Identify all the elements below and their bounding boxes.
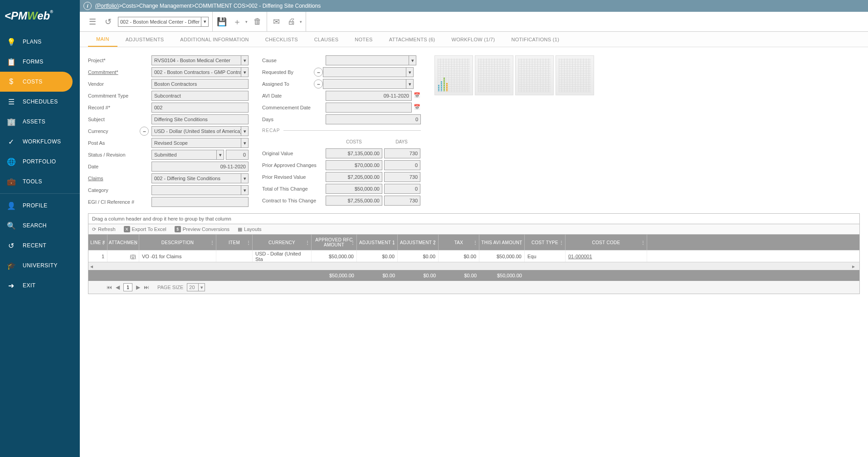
col-currency[interactable]: CURRENCY⋮ — [253, 235, 312, 250]
scroll-right-icon[interactable]: ▸ — [852, 263, 858, 269]
col-avi-amount[interactable]: THIS AVI AMOUNT⋮ — [479, 235, 525, 250]
column-menu-icon[interactable]: ⋮ — [133, 240, 137, 245]
page-input[interactable] — [123, 283, 132, 291]
column-menu-icon[interactable]: ⋮ — [559, 240, 564, 245]
subject-input[interactable]: Differing Site Conditions — [151, 114, 249, 124]
reqby-detail-button[interactable]: ••• — [314, 68, 323, 77]
tab-adjustments[interactable]: ADJUSTMENTS — [117, 32, 172, 47]
egi-input[interactable] — [151, 197, 249, 207]
postas-select[interactable]: Revised Scope▾ — [151, 138, 249, 148]
date-input[interactable]: 09-11-2020 — [151, 162, 249, 172]
thumbnail[interactable] — [556, 55, 594, 95]
project-select[interactable]: RVS0104 - Boston Medical Center▾ — [151, 55, 249, 65]
col-cost-code[interactable]: COST CODE⋮ — [566, 235, 647, 250]
column-menu-icon[interactable]: ⋮ — [641, 240, 645, 245]
export-button[interactable]: XExport To Excel — [124, 226, 166, 232]
record-selector[interactable]: 002 - Boston Medical Center - Differ ▾ — [118, 17, 209, 27]
add-button[interactable]: ＋ — [232, 16, 243, 27]
col-tax[interactable]: TAX⋮ — [439, 235, 479, 250]
page-last-button[interactable]: ⏭ — [144, 284, 149, 290]
page-size-select[interactable]: 20▾ — [187, 283, 205, 291]
table-row[interactable]: 1 (0) VO -01 for Claims USD - Dollar (Un… — [88, 250, 859, 262]
sidebar-item-exit[interactable]: ➜EXIT — [0, 275, 80, 295]
scroll-left-icon[interactable]: ◂ — [90, 263, 96, 269]
tab-additional[interactable]: ADDITIONAL INFORMATION — [172, 32, 257, 47]
group-by-bar[interactable]: Drag a column header and drop it here to… — [88, 214, 859, 224]
category-select[interactable]: ▾ — [151, 185, 249, 195]
col-item[interactable]: ITEM⋮ — [216, 235, 253, 250]
mail-button[interactable]: ✉ — [271, 16, 282, 27]
sidebar-item-workflows[interactable]: ✓WORKFLOWS — [0, 132, 80, 152]
sidebar-item-recent[interactable]: ↺RECENT — [0, 236, 80, 256]
tab-main[interactable]: MAIN — [88, 32, 117, 47]
column-menu-icon[interactable]: ⋮ — [473, 240, 478, 245]
delete-button[interactable]: 🗑 — [252, 16, 263, 27]
col-adjustment1[interactable]: ADJUSTMENT 1⋮ — [357, 235, 398, 250]
column-menu-icon[interactable]: ⋮ — [351, 240, 355, 245]
tab-attachments[interactable]: ATTACHMENTS (6) — [381, 32, 444, 47]
col-adjustment2[interactable]: ADJUSTMENT 2⋮ — [398, 235, 439, 250]
thumbnail[interactable] — [515, 55, 554, 95]
currency-select[interactable]: USD - Dollar (United States of America)▾ — [151, 126, 249, 136]
col-approved-amount[interactable]: APPROVED RFC AMOUNT⋮ — [312, 235, 357, 250]
status-select[interactable]: Submitted▾ — [151, 150, 224, 160]
sidebar-item-plans[interactable]: 💡PLANS — [0, 32, 80, 52]
col-description[interactable]: DESCRIPTION⋮ — [139, 235, 216, 250]
column-menu-icon[interactable]: ⋮ — [101, 240, 106, 245]
reqby-select[interactable]: ▾ — [323, 67, 414, 77]
cause-select[interactable]: ▾ — [326, 55, 416, 65]
cell-attachments[interactable]: (0) — [107, 251, 139, 262]
breadcrumb-root[interactable]: (Portfolio) — [95, 3, 119, 9]
tab-workflow[interactable]: WORKFLOW (1/7) — [444, 32, 503, 47]
col-line[interactable]: LINE #⋮ — [88, 235, 107, 250]
commitment-label[interactable]: Commitment* — [88, 69, 151, 75]
revision-input[interactable]: 0 — [226, 150, 249, 160]
ctype-input[interactable]: Subcontract — [151, 91, 249, 101]
assignto-select[interactable]: ▾ — [323, 79, 414, 89]
currency-detail-button[interactable]: ••• — [140, 127, 149, 136]
save-button[interactable]: 💾 — [216, 16, 227, 27]
layouts-button[interactable]: ▦Layouts — [238, 226, 262, 232]
tab-checklists[interactable]: CHECKLISTS — [257, 32, 306, 47]
days-input[interactable]: 0 — [326, 114, 421, 124]
commdate-input[interactable] — [326, 103, 412, 113]
sidebar-item-assets[interactable]: 🏢ASSETS — [0, 112, 80, 132]
recnum-input[interactable]: 002 — [151, 103, 249, 113]
sidebar-item-schedules[interactable]: ☰SCHEDULES — [0, 92, 80, 112]
tab-notifications[interactable]: NOTIFICATIONS (1) — [503, 32, 567, 47]
preview-button[interactable]: $Preview Conversions — [175, 226, 229, 232]
tab-clauses[interactable]: CLAUSES — [306, 32, 346, 47]
print-button[interactable]: 🖨 — [286, 16, 297, 27]
sidebar-item-search[interactable]: 🔍SEARCH — [0, 216, 80, 236]
sidebar-item-university[interactable]: 🎓UNIVERSITY — [0, 256, 80, 275]
page-prev-button[interactable]: ◀ — [116, 284, 120, 290]
tab-notes[interactable]: NOTES — [346, 32, 380, 47]
avidate-input[interactable]: 09-11-2020 — [326, 91, 412, 101]
horizontal-scrollbar[interactable]: ◂▸ — [88, 262, 859, 270]
history-button[interactable]: ↺ — [102, 16, 113, 27]
cell-code[interactable]: 01-000001 — [566, 251, 647, 262]
assignto-detail-button[interactable]: ••• — [314, 79, 323, 88]
column-menu-icon[interactable]: ⋮ — [210, 240, 215, 245]
col-cost-type[interactable]: COST TYPE⋮ — [525, 235, 566, 250]
info-icon[interactable]: i — [83, 2, 92, 10]
breadcrumb-cos[interactable]: COMMITMENT COS — [195, 3, 245, 9]
thumbnail[interactable] — [475, 55, 513, 95]
column-menu-icon[interactable]: ⋮ — [246, 240, 251, 245]
calendar-icon[interactable]: 📅 — [414, 104, 421, 111]
column-menu-icon[interactable]: ⋮ — [305, 240, 310, 245]
page-first-button[interactable]: ⏮ — [107, 284, 112, 290]
claims-label[interactable]: Claims — [88, 176, 151, 181]
sidebar-item-tools[interactable]: 💼TOOLS — [0, 172, 80, 192]
refresh-button[interactable]: ⟳Refresh — [92, 226, 116, 232]
list-view-button[interactable]: ☰ — [87, 16, 98, 27]
calendar-icon[interactable]: 📅 — [414, 92, 421, 99]
breadcrumb-costs[interactable]: Costs — [122, 3, 136, 9]
claims-select[interactable]: 002 - Differing Site Conditions▾ — [151, 173, 249, 183]
sidebar-item-portfolio[interactable]: 🌐PORTFOLIO — [0, 152, 80, 172]
sidebar-item-profile[interactable]: 👤PROFILE — [0, 196, 80, 216]
vendor-input[interactable]: Boston Contractors — [151, 79, 249, 89]
sidebar-item-costs[interactable]: $COSTS — [0, 72, 73, 92]
page-next-button[interactable]: ▶ — [136, 284, 140, 290]
column-menu-icon[interactable]: ⋮ — [391, 240, 396, 245]
